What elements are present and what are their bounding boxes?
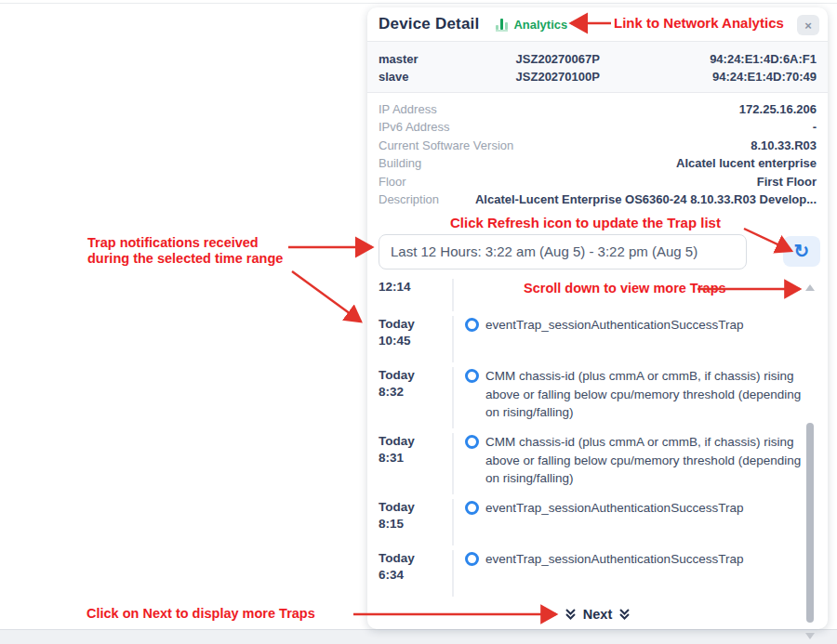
chassis-role: slave: [379, 68, 472, 85]
trap-row: Today 6:34 eventTrap_sessionAuthenticati…: [367, 545, 809, 597]
scrollbar-up-arrow[interactable]: [805, 284, 815, 291]
trap-list: 12:14 Today 10:45 eventTrap_sessionAuthe…: [367, 274, 809, 597]
field-row-building: Building Alcatel lucent enterprise: [379, 154, 817, 172]
field-row-software-version: Current Software Version 8.10.33.R03: [379, 137, 817, 154]
field-value: 172.25.16.206: [739, 100, 817, 118]
top-divider: [0, 3, 837, 4]
close-button[interactable]: ×: [797, 15, 819, 35]
trap-message: eventTrap_sessionAuthenticationSuccessTr…: [485, 316, 743, 335]
field-value: -: [813, 118, 817, 136]
trap-day: Today: [379, 367, 452, 384]
trap-day: Today: [379, 433, 452, 450]
chassis-row-slave: slave JSZ20270100P 94:24:E1:4D:70:49: [379, 68, 817, 85]
next-button-label: Next: [583, 607, 612, 622]
trap-hour: 6:34: [379, 567, 452, 584]
field-row-floor: Floor First Floor: [379, 173, 817, 191]
time-range-selector[interactable]: Last 12 Hours: 3:22 am (Aug 5) - 3:22 pm…: [379, 234, 747, 269]
next-button[interactable]: Next: [367, 607, 828, 622]
bar-chart-icon: [496, 17, 508, 32]
trap-hour: 12:14: [379, 279, 452, 296]
field-row-ipv6: IPv6 Address -: [379, 118, 817, 136]
trap-day: Today: [379, 499, 452, 516]
chassis-mac: 94:24:E1:4D:6A:F1: [644, 50, 817, 68]
trap-day: Today: [379, 316, 452, 333]
trap-hour: 8:31: [379, 450, 452, 467]
scrollbar-thumb[interactable]: [806, 423, 814, 623]
chassis-mac: 94:24:E1:4D:70:49: [644, 68, 817, 85]
trap-status-icon: [465, 501, 479, 515]
field-label: Current Software Version: [379, 137, 513, 154]
time-range-row: Last 12 Hours: 3:22 am (Aug 5) - 3:22 pm…: [379, 234, 820, 269]
annotation-analytics: Link to Network Analytics: [614, 15, 784, 31]
field-value: Alcatel-Lucent Enterprise OS6360-24 8.10…: [475, 191, 817, 208]
bottom-strip: [0, 629, 837, 644]
annotation-line: during the selected time range: [87, 251, 283, 267]
annotation-trap-notifications: Trap notifications received during the s…: [87, 235, 283, 267]
field-value: Alcatel lucent enterprise: [676, 154, 817, 172]
trap-message: CMM chassis-id (plus cmmA or cmmB, if ch…: [485, 433, 807, 488]
refresh-icon: ↻: [794, 242, 810, 260]
trap-row: Today 8:15 eventTrap_sessionAuthenticati…: [367, 494, 809, 545]
arrow-to-traplist: [292, 271, 361, 322]
trap-status-icon: [465, 318, 479, 332]
chassis-serial: JSZ20270067P: [472, 50, 644, 68]
trap-status-icon: [465, 369, 479, 383]
annotation-line: Trap notifications received: [87, 235, 283, 251]
trap-row: Today 10:45 eventTrap_sessionAuthenticat…: [367, 311, 809, 362]
analytics-link[interactable]: Analytics: [496, 17, 567, 32]
double-chevron-down-icon: [565, 608, 577, 621]
annotation-next: Click on Next to display more Traps: [86, 606, 315, 621]
trap-row: Today 8:31 CMM chassis-id (plus cmmA or …: [367, 428, 809, 494]
annotation-refresh: Click Refresh icon to update the Trap li…: [450, 215, 721, 230]
trap-row: Today 8:32 CMM chassis-id (plus cmmA or …: [367, 362, 809, 428]
field-value: 8.10.33.R03: [751, 137, 817, 154]
device-fields: IP Address 172.25.16.206 IPv6 Address - …: [367, 93, 828, 208]
chassis-section: master JSZ20270067P 94:24:E1:4D:6A:F1 sl…: [367, 42, 828, 93]
field-value: First Floor: [757, 173, 817, 191]
trap-status-icon: [465, 435, 479, 449]
double-chevron-down-icon: [618, 608, 631, 621]
field-row-ip: IP Address 172.25.16.206: [379, 100, 817, 118]
trap-hour: 10:45: [379, 333, 452, 349]
device-detail-panel: Device Detail Analytics × master JSZ2027…: [367, 7, 828, 629]
chassis-serial: JSZ20270100P: [472, 68, 644, 85]
trap-status-icon: [465, 552, 479, 566]
field-label: Floor: [379, 173, 406, 191]
page: Device Detail Analytics × master JSZ2027…: [0, 0, 837, 644]
trap-message: eventTrap_sessionAuthenticationSuccessTr…: [485, 499, 743, 518]
trap-hour: 8:15: [379, 516, 452, 532]
close-icon: ×: [804, 19, 812, 33]
trap-hour: 8:32: [379, 384, 452, 401]
annotation-scroll: Scroll down to view more Traps: [524, 281, 726, 296]
field-label: Building: [379, 154, 421, 172]
trap-day: Today: [379, 550, 452, 567]
field-label: IP Address: [379, 100, 437, 118]
trap-message: eventTrap_sessionAuthenticationSuccessTr…: [485, 550, 743, 569]
page-title: Device Detail: [379, 15, 479, 33]
scrollbar-down-arrow[interactable]: [805, 633, 815, 639]
field-label: IPv6 Address: [379, 118, 450, 136]
trap-message: CMM chassis-id (plus cmmA or cmmB, if ch…: [485, 367, 807, 422]
refresh-button[interactable]: ↻: [783, 236, 820, 267]
field-label: Description: [379, 191, 439, 208]
chassis-row-master: master JSZ20270067P 94:24:E1:4D:6A:F1: [379, 50, 817, 68]
chassis-role: master: [379, 50, 472, 68]
analytics-link-label: Analytics: [513, 18, 567, 32]
field-row-description: Description Alcatel-Lucent Enterprise OS…: [379, 191, 817, 208]
